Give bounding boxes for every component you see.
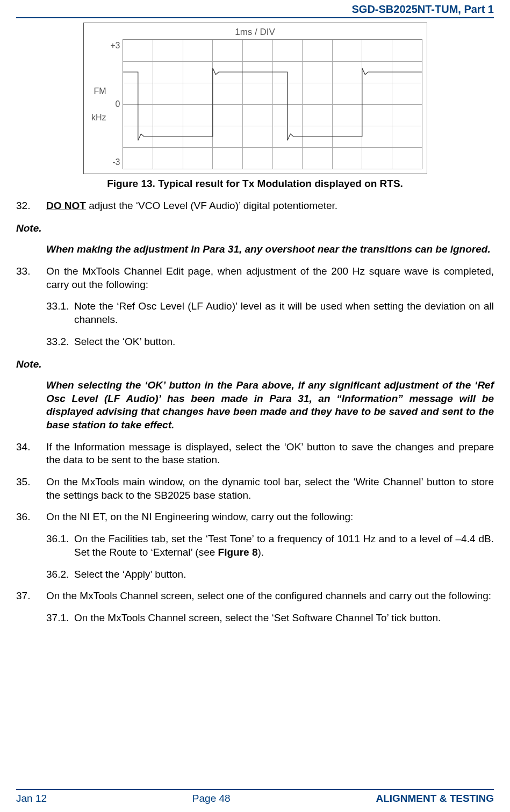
para-body: On the MxTools Channel screen, select on… — [46, 590, 494, 603]
footer-rule — [16, 789, 494, 790]
footer-section: ALIGNMENT & TESTING — [376, 792, 494, 806]
para-33-2: 33.2. Select the ‘OK’ button. — [46, 335, 494, 349]
subpara-num: 36.2. — [46, 568, 74, 581]
scope-y-axis-label: FM kHz — [88, 39, 109, 169]
para-text: adjust the ‘VCO Level (VF Audio)’ digita… — [86, 200, 337, 211]
subpara-text-a: On the Facilities tab, set the ‘Test Ton… — [74, 533, 494, 558]
subpara-num: 37.1. — [46, 612, 74, 625]
para-34: 34. If the Information message is displa… — [16, 441, 494, 467]
para-37-1: 37.1. On the MxTools Channel screen, sel… — [46, 612, 494, 625]
para-body: DO NOT adjust the ‘VCO Level (VF Audio)’… — [46, 199, 494, 213]
scope-trace — [123, 40, 422, 169]
body-content: 32. DO NOT adjust the ‘VCO Level (VF Aud… — [16, 199, 494, 625]
para-35: 35. On the MxTools main window, on the d… — [16, 476, 494, 502]
note-body: When selecting the ‘OK’ button in the Pa… — [46, 379, 494, 432]
scope-y-tick-minus3: -3 — [112, 157, 120, 168]
para-body: On the MxTools Channel Edit page, when a… — [46, 265, 494, 291]
figure-13: 1ms / DIV FM kHz +3 0 -3 — [16, 23, 494, 191]
para-33: 33. On the MxTools Channel Edit page, wh… — [16, 265, 494, 291]
subpara-body: On the Facilities tab, set the ‘Test Ton… — [74, 533, 494, 559]
figure-ref: Figure 8 — [218, 547, 258, 558]
scope-y-tick-plus3: +3 — [110, 40, 120, 52]
para-num: 36. — [16, 511, 46, 524]
para-num: 32. — [16, 199, 46, 213]
scope-y-label-fm: FM — [94, 86, 106, 96]
note-body: When making the adjustment in Para 31, a… — [46, 243, 494, 256]
para-num: 34. — [16, 441, 46, 467]
subpara-num: 33.1. — [46, 300, 74, 326]
subpara-body: Select the ‘OK’ button. — [74, 335, 494, 349]
para-body: On the NI ET, on the NI Engineering wind… — [46, 511, 494, 524]
scope-timebase-label: 1ms / DIV — [88, 26, 422, 38]
para-num: 33. — [16, 265, 46, 291]
footer-page: Page 48 — [192, 792, 231, 806]
para-36-2: 36.2. Select the ‘Apply’ button. — [46, 568, 494, 581]
subpara-num: 36.1. — [46, 533, 74, 559]
para-36-1: 36.1. On the Facilities tab, set the ‘Te… — [46, 533, 494, 559]
do-not-text: DO NOT — [46, 200, 86, 211]
para-num: 37. — [16, 590, 46, 603]
document-page: SGD-SB2025NT-TUM, Part 1 1ms / DIV FM kH… — [0, 0, 510, 812]
para-32: 32. DO NOT adjust the ‘VCO Level (VF Aud… — [16, 199, 494, 213]
footer-date: Jan 12 — [16, 792, 47, 806]
header-doc-id: SGD-SB2025NT-TUM, Part 1 — [16, 2, 494, 17]
para-body: If the Information message is displayed,… — [46, 441, 494, 467]
subpara-body: On the MxTools Channel screen, select th… — [74, 612, 494, 625]
para-num: 35. — [16, 476, 46, 502]
scope-y-ticks: +3 0 -3 — [109, 39, 123, 169]
header-rule — [16, 17, 494, 18]
subpara-text-c: ). — [257, 547, 264, 558]
para-33-1: 33.1. Note the ‘Ref Osc Level (LF Audio)… — [46, 300, 494, 326]
note-heading: Note. — [16, 222, 494, 235]
subpara-body: Select the ‘Apply’ button. — [74, 568, 494, 581]
note-heading: Note. — [16, 358, 494, 371]
para-36: 36. On the NI ET, on the NI Engineering … — [16, 511, 494, 524]
scope-grid — [123, 39, 422, 169]
figure-caption: Figure 13. Typical result for Tx Modulat… — [16, 177, 494, 191]
subpara-num: 33.2. — [46, 335, 74, 349]
page-footer: Jan 12 Page 48 ALIGNMENT & TESTING — [16, 789, 494, 806]
scope-y-tick-zero: 0 — [116, 99, 120, 110]
subpara-body: Note the ‘Ref Osc Level (LF Audio)’ leve… — [74, 300, 494, 326]
scope-display: 1ms / DIV FM kHz +3 0 -3 — [83, 23, 427, 174]
scope-y-label-khz: kHz — [91, 112, 106, 123]
para-37: 37. On the MxTools Channel screen, selec… — [16, 590, 494, 603]
para-body: On the MxTools main window, on the dynam… — [46, 476, 494, 502]
